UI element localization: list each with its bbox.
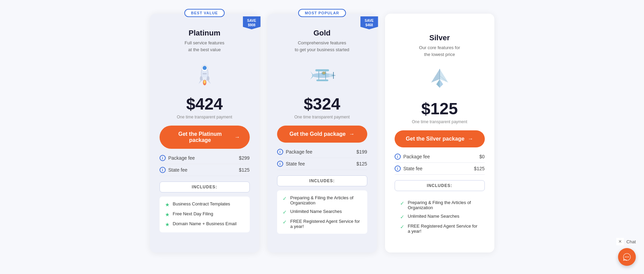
silver-icon (424, 64, 455, 95)
platinum-cta-button[interactable]: Get the Platinum package → (160, 126, 250, 149)
list-item: ✓ Preparing & Filing the Articles of Org… (283, 195, 362, 205)
list-item: ✓ FREE Registered Agent Service for a ye… (283, 219, 362, 229)
gold-package-fee-row: i Package fee $199 (277, 146, 367, 158)
svg-marker-24 (431, 69, 440, 83)
svg-point-6 (207, 76, 209, 81)
silver-state-fee-row: i State fee $125 (395, 163, 485, 175)
silver-card: Silver Our core features for the lowest … (385, 14, 494, 253)
gold-save-ribbon: SAVE $468 (360, 16, 378, 29)
svg-marker-28 (440, 79, 443, 88)
platinum-price-sub: One time transparent payment (177, 115, 232, 119)
platinum-save-ribbon: SAVE $908 (243, 16, 261, 29)
svg-point-8 (204, 80, 206, 84)
list-item: ✓ Unlimited Name Searches (283, 209, 362, 215)
info-icon[interactable]: i (160, 155, 166, 161)
star-icon: ★ (165, 212, 169, 218)
list-item: ✓ Unlimited Name Searches (400, 214, 479, 220)
gold-subtitle: Comprehensive features to get your busin… (295, 40, 350, 53)
check-icon: ✓ (283, 219, 287, 225)
star-icon: ★ (165, 202, 169, 208)
gold-cta-button[interactable]: Get the Gold package → (277, 126, 367, 143)
silver-price: $125 (421, 99, 458, 118)
chat-close-row: × Chat (616, 238, 636, 245)
platinum-state-fee-row: i State fee $125 (160, 164, 250, 176)
chat-bubble-icon (622, 253, 631, 261)
platinum-icon (189, 59, 220, 90)
gold-icon (307, 59, 338, 90)
silver-price-sub: One time transparent payment (412, 119, 467, 124)
gold-price: $324 (304, 95, 340, 113)
silver-includes-label: INCLUDES: (395, 180, 485, 191)
platinum-price: $424 (186, 95, 223, 113)
svg-point-23 (322, 72, 326, 74)
chat-bubble-button[interactable] (618, 248, 636, 266)
best-value-badge: BEST VALUE (184, 9, 225, 17)
svg-marker-10 (208, 81, 211, 84)
gold-includes-label: INCLUDES: (277, 175, 367, 186)
chat-close-button[interactable]: × (616, 238, 624, 245)
silver-package-fee-row: i Package fee $0 (395, 151, 485, 163)
silver-title: Silver (429, 33, 450, 42)
star-icon: ★ (165, 221, 169, 228)
gold-price-sub: One time transparent payment (294, 115, 350, 119)
list-item: ★ Domain Name + Business Email (165, 221, 244, 228)
chat-label: Chat (627, 239, 636, 244)
check-icon: ✓ (283, 209, 287, 215)
info-icon[interactable]: i (395, 154, 401, 160)
platinum-title: Platinum (189, 29, 220, 38)
platinum-feature-list: ★ Business Contract Templates ★ Free Nex… (160, 197, 250, 232)
gold-feature-list: ✓ Preparing & Filing the Articles of Org… (277, 190, 367, 234)
svg-point-5 (200, 76, 203, 81)
silver-subtitle: Our core features for the lowest price (419, 44, 460, 58)
svg-point-31 (627, 257, 628, 258)
check-icon: ✓ (400, 214, 405, 220)
gold-title: Gold (313, 29, 330, 38)
svg-rect-14 (315, 69, 329, 71)
most-popular-badge: MOST POPULAR (298, 9, 346, 17)
list-item: ★ Free Next Day Filing (165, 211, 244, 218)
info-icon[interactable]: i (160, 167, 166, 173)
check-icon: ✓ (400, 224, 405, 230)
info-icon[interactable]: i (277, 149, 283, 155)
silver-feature-list: ✓ Preparing & Filing the Articles of Org… (395, 195, 485, 239)
svg-marker-9 (198, 81, 202, 84)
platinum-includes-label: INCLUDES: (160, 182, 250, 192)
gold-card: MOST POPULAR SAVE $468 Gold Comprehensiv… (268, 14, 377, 253)
svg-rect-4 (203, 73, 207, 74)
silver-cta-button[interactable]: Get the Silver package → (395, 130, 485, 147)
svg-point-32 (628, 257, 629, 258)
svg-marker-25 (440, 69, 448, 83)
chat-widget: × Chat (616, 238, 636, 266)
svg-point-3 (203, 66, 207, 70)
info-icon[interactable]: i (395, 165, 401, 172)
list-item: ✓ FREE Registered Agent Service for a ye… (400, 223, 479, 234)
list-item: ★ Business Contract Templates (165, 201, 244, 208)
platinum-package-fee-row: i Package fee $299 (160, 152, 250, 164)
svg-rect-15 (316, 80, 328, 81)
list-item: ✓ Preparing & Filing the Articles of Org… (400, 200, 479, 210)
pricing-container: BEST VALUE SAVE $908 Platinum Full servi… (117, 7, 527, 259)
platinum-card: BEST VALUE SAVE $908 Platinum Full servi… (150, 14, 259, 253)
svg-point-30 (625, 257, 626, 258)
info-icon[interactable]: i (277, 161, 283, 167)
platinum-subtitle: Full service features at the best value (184, 40, 224, 53)
svg-marker-27 (436, 79, 440, 88)
check-icon: ✓ (400, 200, 405, 206)
gold-state-fee-row: i State fee $125 (277, 158, 367, 170)
check-icon: ✓ (283, 196, 287, 202)
